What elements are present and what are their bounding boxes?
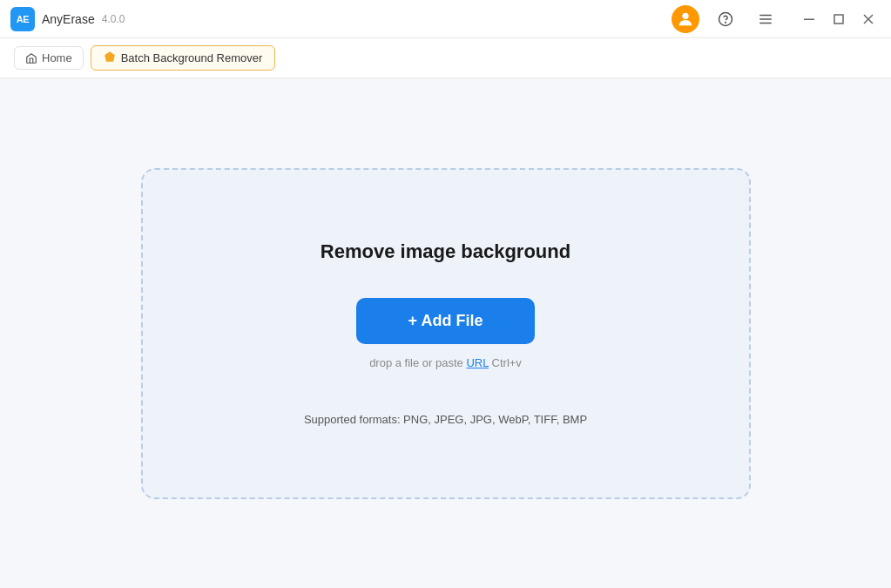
title-bar-right [672,5,881,33]
window-controls [797,7,881,31]
close-button[interactable] [856,7,881,31]
drop-zone-title: Remove image background [321,240,570,263]
menu-button[interactable] [752,5,780,33]
drop-hint-prefix: drop a file or paste [369,356,466,369]
supported-formats-values: PNG, JPEG, JPG, WebP, TIFF, BMP [401,413,588,426]
maximize-button[interactable] [827,7,851,31]
avatar-button[interactable] [672,5,699,33]
supported-formats-label: Supported formats: [304,413,401,426]
batch-tab-label: Batch Background Remover [121,51,263,64]
minimize-button[interactable] [797,7,821,31]
home-icon [25,52,37,64]
drop-zone[interactable]: Remove image background + Add File drop … [141,168,751,499]
batch-bg-remover-tab[interactable]: Batch Background Remover [91,45,276,71]
title-bar: AE AnyErase 4.0.0 [0,0,891,38]
home-nav-item[interactable]: Home [14,46,84,70]
drop-hint: drop a file or paste URL Ctrl+v [369,356,522,369]
app-name: AnyErase [42,12,95,26]
supported-formats: Supported formats: PNG, JPEG, JPG, WebP,… [304,413,587,426]
svg-rect-7 [834,15,843,24]
nav-bar: Home Batch Background Remover [0,38,891,78]
help-button[interactable] [712,5,739,33]
app-logo: AE [10,7,35,31]
home-label: Home [42,51,72,64]
crown-icon [104,51,116,63]
title-bar-left: AE AnyErase 4.0.0 [10,7,125,31]
drop-hint-suffix: Ctrl+v [489,356,522,369]
url-link[interactable]: URL [466,356,489,369]
main-content: Remove image background + Add File drop … [0,78,891,588]
svg-rect-6 [804,18,814,20]
add-file-button[interactable]: + Add File [356,298,536,344]
app-version: 4.0.0 [102,13,125,25]
diamond-icon [104,51,116,65]
svg-point-0 [682,12,688,18]
